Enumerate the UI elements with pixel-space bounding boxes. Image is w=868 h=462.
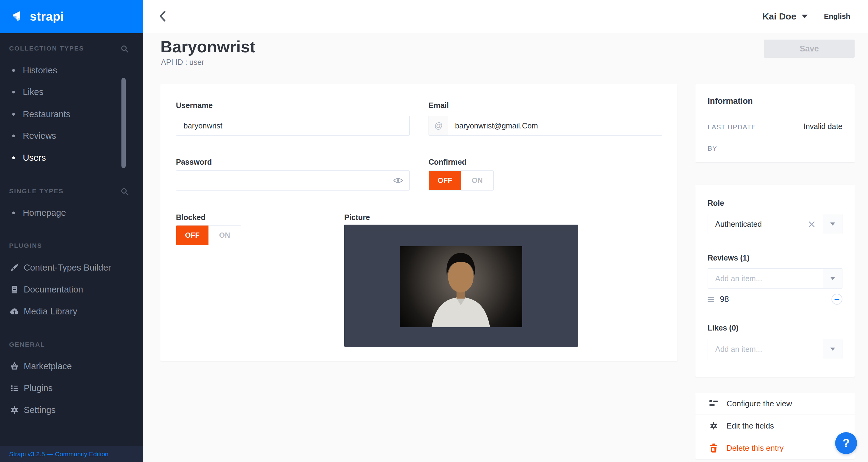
action-label: Delete this entry (726, 443, 784, 453)
edit-form-card: Username Email @ Password Confirmed OFF … (160, 84, 678, 361)
chevron-down-icon (830, 277, 835, 280)
sidebar-item-settings[interactable]: Settings (9, 404, 56, 416)
reviews-relation-item: 98 (708, 292, 842, 306)
sidebar-item-label: Plugins (24, 383, 53, 393)
remove-item-button[interactable] (832, 294, 842, 305)
likes-add-select[interactable]: Add an item... (708, 339, 842, 359)
chevron-down-icon (802, 14, 808, 18)
confirmed-label: Confirmed (429, 158, 467, 166)
action-label: Edit the fields (726, 421, 774, 431)
relation-item-value[interactable]: 98 (720, 295, 729, 304)
sidebar-item-homepage[interactable]: Homepage (9, 207, 66, 219)
api-id-subtitle: API ID : user (161, 58, 204, 67)
picture-media-field[interactable] (344, 225, 578, 347)
sidebar-footer: Strapi v3.2.5 — Community Edition (0, 446, 143, 462)
role-select-value: Authenticated (715, 214, 762, 234)
password-input[interactable] (176, 171, 409, 190)
section-general: GENERAL (9, 341, 45, 348)
bullet-icon (12, 212, 15, 214)
sidebar-scrollbar[interactable] (121, 78, 126, 168)
edit-fields-button[interactable]: Edit the fields (695, 414, 855, 437)
select-caret-segment[interactable] (823, 269, 842, 288)
basket-icon (9, 361, 20, 371)
sidebar-item-label: Media Library (24, 306, 77, 316)
sidebar-item-documentation[interactable]: Documentation (9, 283, 83, 296)
chevron-down-icon (830, 222, 835, 225)
information-card: Information LAST UPDATE Invalid date BY (695, 84, 855, 162)
by-label: BY (708, 145, 717, 152)
paintbrush-icon (9, 263, 20, 273)
delete-entry-button[interactable]: Delete this entry (695, 437, 855, 459)
role-label: Role (708, 199, 724, 208)
blocked-toggle: OFF ON (176, 225, 241, 245)
sidebar-item-likes[interactable]: Likes (9, 86, 43, 98)
chevron-down-icon (830, 347, 835, 350)
back-button[interactable] (143, 0, 182, 33)
configure-view-button[interactable]: Configure the view (695, 393, 855, 414)
locale-label[interactable]: English (824, 12, 850, 21)
section-plugins: PLUGINS (9, 242, 42, 249)
bullet-icon (12, 134, 15, 137)
page-title: Baryonwrist (160, 37, 255, 56)
email-label: Email (429, 101, 449, 110)
help-button[interactable]: ? (835, 432, 857, 454)
sidebar-item-label: Homepage (23, 208, 66, 218)
sidebar-item-label: Likes (23, 87, 43, 97)
entry-actions-card: Configure the view Edit the fields Delet… (695, 393, 855, 459)
sidebar-item-media-library[interactable]: Media Library (9, 305, 77, 317)
divider (816, 8, 816, 25)
section-single-types: SINGLE TYPES (9, 187, 64, 195)
select-caret-segment[interactable] (823, 214, 842, 234)
section-collection-types: COLLECTION TYPES (9, 45, 84, 52)
chevron-left-icon (159, 10, 166, 24)
minus-icon (835, 299, 839, 300)
password-field (176, 171, 410, 190)
username-input[interactable] (176, 116, 410, 136)
likes-placeholder: Add an item... (715, 339, 762, 359)
strapi-logo-icon (10, 9, 24, 24)
email-input[interactable] (448, 116, 662, 135)
layout-config-icon (709, 400, 719, 407)
blocked-toggle-on[interactable]: ON (209, 225, 241, 245)
blocked-toggle-off[interactable]: OFF (176, 225, 209, 245)
gear-icon (709, 421, 719, 430)
information-title: Information (708, 96, 753, 106)
sidebar-item-users[interactable]: Users (9, 152, 46, 164)
eye-icon[interactable] (393, 177, 403, 184)
strapi-logo[interactable]: strapi (0, 0, 143, 33)
search-icon[interactable] (121, 45, 129, 53)
gear-icon (9, 405, 20, 415)
clear-icon[interactable] (807, 220, 816, 228)
sidebar-item-marketplace[interactable]: Marketplace (9, 360, 72, 372)
confirmed-toggle-off[interactable]: OFF (429, 171, 461, 190)
reviews-placeholder: Add an item... (715, 269, 762, 288)
book-icon (9, 284, 20, 295)
sidebar: strapi COLLECTION TYPES Histories Likes … (0, 0, 143, 462)
reviews-add-select[interactable]: Add an item... (708, 269, 842, 288)
logo-text: strapi (30, 10, 64, 24)
sidebar-item-plugins[interactable]: Plugins (9, 382, 53, 394)
sidebar-item-label: Histories (23, 65, 57, 75)
sidebar-item-content-types-builder[interactable]: Content-Types Builder (9, 261, 111, 274)
user-name: Kai Doe (763, 11, 797, 22)
username-label: Username (176, 101, 213, 110)
search-icon[interactable] (121, 187, 129, 196)
sidebar-item-label: Content-Types Builder (24, 263, 111, 273)
save-button[interactable]: Save (764, 39, 855, 58)
confirmed-toggle-on[interactable]: ON (461, 171, 493, 190)
sidebar-item-histories[interactable]: Histories (9, 64, 57, 76)
cloud-upload-icon (9, 306, 20, 316)
version-link[interactable]: Strapi v3.2.5 — Community Edition (9, 451, 108, 458)
reviews-label: Reviews (1) (708, 253, 750, 263)
role-select[interactable]: Authenticated (708, 214, 842, 234)
sidebar-item-restaurants[interactable]: Restaurants (9, 108, 70, 120)
bullet-icon (12, 69, 15, 72)
sidebar-item-label: Settings (24, 405, 56, 415)
user-menu[interactable]: Kai Doe (763, 11, 808, 22)
drag-handle-icon[interactable] (708, 297, 714, 302)
sidebar-item-reviews[interactable]: Reviews (9, 130, 56, 142)
select-caret-segment[interactable] (823, 339, 842, 359)
bullet-icon (12, 156, 15, 159)
picture-label: Picture (344, 213, 370, 222)
blocked-label: Blocked (176, 213, 206, 222)
